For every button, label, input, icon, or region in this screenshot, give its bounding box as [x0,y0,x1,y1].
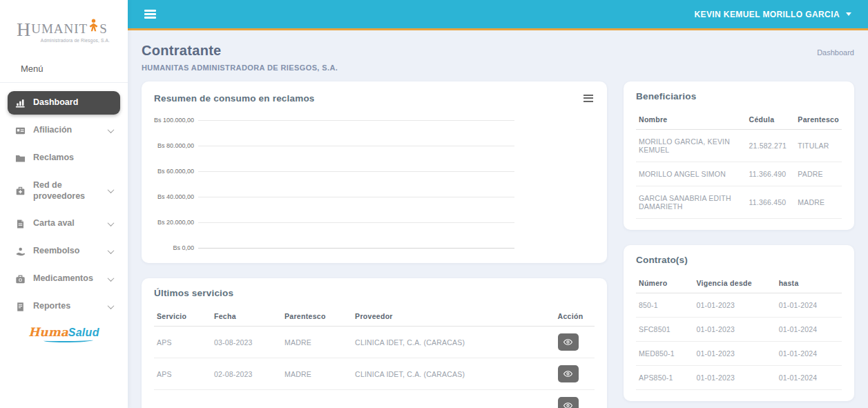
gridline [198,222,514,223]
action-cell [555,327,595,358]
chart: Bs 100.000,00Bs 80.000,00Bs 60.000,00Bs … [154,120,595,248]
brand-name: HUMANITS [17,18,122,37]
table-row: 850-101-01-202301-01-2024 [636,293,842,318]
table-cell: CLINICA IDET, C.A. (CARACAS) [352,358,554,390]
sidebar-item-label: Dashboard [33,97,113,108]
beneficiarios-card: Beneficiarios NombreCédulaParentescoMORI… [624,81,854,230]
topbar: KEVIN KEMUEL MORILLO GARCIA [128,0,868,30]
chevron-down-icon [108,302,115,309]
action-cell [555,390,595,408]
hamburger-menu-icon[interactable] [144,8,156,21]
table-cell: 01-01-2024 [776,293,842,318]
sidebar-item-label: Reembolso [33,246,101,257]
table-cell: APS [154,358,211,390]
sidebar-item-reclamos[interactable]: Reclamos [8,146,120,170]
table-row: SFC850101-01-202301-01-2024 [636,318,842,342]
column-header: Parentesco [282,307,352,327]
chart-card: Resumen de consumo en reclamos Bs 100.00… [142,81,607,263]
table-cell: 01-01-2023 [693,318,775,342]
sidebar-item-label: Red de proveedores [33,180,101,202]
y-axis-tick-label: Bs 20.000,00 [153,219,194,226]
y-axis-tick-label: Bs 0,00 [153,244,194,251]
chart-plot: Bs 100.000,00Bs 80.000,00Bs 60.000,00Bs … [198,120,514,248]
gridline [198,171,514,172]
page-content: Contratante HUMANITAS ADMINISTRADORA DE … [128,30,868,408]
table-row: MED850-101-01-202301-01-2024 [636,342,842,366]
bar-chart-icon [15,97,26,108]
sidebar-item-medicamentos[interactable]: Medicamentos [8,267,120,291]
table-cell: 01-01-2024 [776,318,842,342]
sidebar-item-afiliacion[interactable]: Afiliación [8,119,120,142]
user-dropdown[interactable]: KEVIN KEMUEL MORILLO GARCIA [694,10,851,19]
chevron-down-icon [108,220,115,226]
sidebar-item-reembolso[interactable]: Reembolso [8,240,120,263]
table-cell [211,390,282,408]
table-cell: 01-01-2024 [776,366,842,390]
eye-icon [563,369,572,378]
column-header: Parentesco [795,110,842,130]
table-cell: MORILLO ANGEL SIMON [636,162,746,186]
gridline [198,248,514,249]
column-header: hasta [776,273,842,293]
sidebar-item-label: Medicamentos [33,273,101,284]
table-cell: 11.366.490 [746,162,795,186]
dashboard-grid: Resumen de consumo en reclamos Bs 100.00… [142,81,854,408]
chart-title: Resumen de consumo en reclamos [154,93,315,104]
page-header: Contratante HUMANITAS ADMINISTRADORA DE … [142,43,854,72]
medical-bag-icon [15,186,26,197]
humasalud-salud-text: Salud [68,327,99,338]
view-detail-button[interactable] [558,333,579,351]
medicine-case-icon [15,273,26,284]
main-area: KEVIN KEMUEL MORILLO GARCIA Contratante … [128,0,868,408]
table-cell: CLINICA IDET, C.A. (CARACAS) [352,327,554,358]
table-cell: APS [154,327,211,358]
servicios-card: Últimos servicios ServicioFechaParentesc… [142,278,607,408]
column-header: Nombre [636,110,746,130]
table-cell: MADRE [795,186,842,219]
chevron-down-icon [108,275,115,282]
action-cell [555,358,595,390]
gridline [198,197,514,197]
table-cell: GARCIA SANABRIA EDITH DAMARIETH [636,186,746,219]
report-icon [15,301,26,312]
person-star-icon [87,18,100,36]
y-axis-tick-label: Bs 80.000,00 [153,142,194,149]
sidebar-item-reportes[interactable]: Reportes [8,295,120,318]
y-axis-tick-label: Bs 40.000,00 [153,193,194,200]
table-cell [154,390,211,408]
sidebar-item-carta-aval[interactable]: Carta aval [8,212,120,235]
sidebar-nav: Dashboard Afiliación Reclamos Red de pro… [0,83,128,351]
y-axis-tick-label: Bs 60.000,00 [153,168,194,175]
table-cell: 01-01-2023 [693,293,775,318]
sidebar-item-label: Reclamos [33,153,113,164]
sidebar-item-label: Carta aval [33,218,101,229]
table-row: MORILLO ANGEL SIMON11.366.490PADRE [636,162,842,186]
column-header: Servicio [154,307,211,327]
page-title: Contratante [142,43,338,59]
table-row: APS02-08-2023MADRECLINICA IDET, C.A. (CA… [154,358,595,390]
sidebar-item-dashboard[interactable]: Dashboard [8,91,120,115]
folder-icon [15,153,26,164]
table-cell: 03-08-2023 [211,327,282,358]
sidebar-item-red-de-proveedores[interactable]: Red de proveedores [8,174,120,208]
y-axis-tick-label: Bs 100.000,00 [153,117,194,124]
table-cell: 21.582.271 [746,130,795,162]
column-header: Número [636,273,693,293]
hand-coin-icon [15,246,26,257]
table-cell: SFC8501 [636,318,693,342]
table-row: APS850-101-01-202301-01-2024 [636,366,842,390]
eye-icon [563,401,572,408]
view-detail-button[interactable] [558,397,579,408]
contratos-table: NúmeroVigencia desdehasta850-101-01-2023… [636,273,842,390]
column-header: Vigencia desde [693,273,775,293]
breadcrumb[interactable]: Dashboard [817,48,854,57]
chart-context-menu-icon[interactable] [582,91,595,105]
table-cell: 01-01-2024 [776,342,842,366]
view-detail-button[interactable] [558,365,579,382]
humanitas-logo: HUMANITS Administradora de Riesgos, S.A. [0,0,128,47]
page-subtitle: HUMANITAS ADMINISTRADORA DE RIESGOS, S.A… [142,64,338,72]
right-column: Beneficiarios NombreCédulaParentescoMORI… [624,81,854,401]
chevron-down-icon [108,247,115,254]
table-cell: MADRE [282,358,352,390]
beneficiarios-table: NombreCédulaParentescoMORILLO GARCIA, KE… [636,110,842,219]
